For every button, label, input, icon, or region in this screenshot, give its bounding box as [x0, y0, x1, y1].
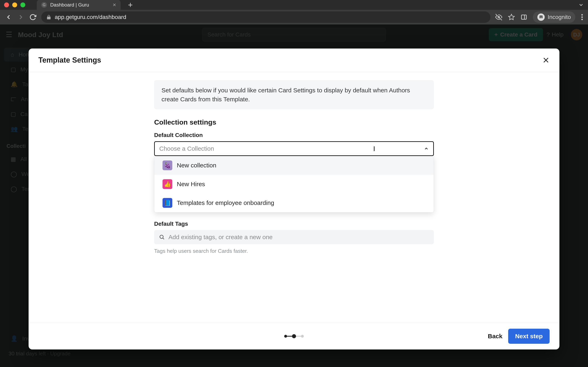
modal-title: Template Settings	[38, 56, 101, 64]
close-window-icon[interactable]	[4, 2, 9, 7]
collection-option-templates-onboarding[interactable]: 📘 Templates for employee onboarding	[154, 193, 434, 212]
svg-line-12	[163, 238, 164, 239]
address-bar[interactable]: app.getguru.com/dashboard	[41, 11, 490, 23]
new-tab-button[interactable]: +	[128, 0, 133, 9]
url-text: app.getguru.com/dashboard	[55, 14, 126, 20]
collection-option-new-hires[interactable]: 👍 New Hires	[154, 175, 434, 193]
kebab-menu-icon[interactable]	[581, 14, 583, 21]
svg-point-5	[541, 17, 543, 18]
star-icon[interactable]	[508, 14, 515, 21]
collection-icon: 🍇	[163, 160, 172, 170]
svg-rect-2	[521, 15, 526, 19]
step-dot-2	[292, 334, 296, 338]
panel-icon[interactable]	[521, 14, 527, 20]
default-collection-combobox[interactable]: I	[154, 141, 434, 156]
text-cursor-icon: I	[373, 145, 375, 153]
nav-forward-icon[interactable]	[17, 13, 25, 21]
browser-tab[interactable]: G Dashboard | Guru ×	[37, 0, 121, 10]
collection-option-new-collection[interactable]: 🍇 New collection	[154, 156, 434, 175]
tab-favicon-icon: G	[41, 2, 47, 8]
svg-point-11	[160, 235, 163, 238]
svg-point-8	[581, 19, 583, 20]
tags-helper-text: Tags help users search for Cards faster.	[154, 248, 434, 254]
field-label-collection: Default Collection	[154, 132, 434, 138]
nav-back-icon[interactable]	[5, 13, 12, 21]
tags-input-field[interactable]	[168, 234, 429, 241]
collection-dropdown: 🍇 New collection 👍 New Hires 📘 Templates…	[154, 156, 434, 212]
step-bar	[287, 336, 292, 337]
maximize-window-icon[interactable]	[20, 2, 25, 7]
step-dot-3	[301, 335, 304, 338]
section-heading: Collection settings	[154, 118, 434, 126]
incognito-badge[interactable]: Incognito	[533, 11, 575, 23]
reload-icon[interactable]	[29, 14, 36, 21]
option-label: New Hires	[177, 181, 205, 188]
collection-input[interactable]	[159, 145, 424, 152]
option-label: New collection	[177, 162, 216, 169]
step-indicator	[284, 334, 304, 338]
incognito-icon	[537, 13, 545, 21]
field-label-tags: Default Tags	[154, 221, 434, 227]
eye-off-icon[interactable]	[495, 14, 502, 21]
info-banner: Set defaults below if you would like cer…	[154, 80, 434, 109]
collection-icon: 👍	[163, 179, 172, 189]
tab-title: Dashboard | Guru	[50, 2, 89, 8]
lock-icon	[46, 15, 52, 20]
window-titlebar: G Dashboard | Guru × +	[0, 0, 588, 10]
step-bar	[296, 336, 301, 337]
browser-toolbar: app.getguru.com/dashboard Incognito	[0, 10, 588, 25]
default-tags-input[interactable]	[154, 230, 434, 244]
step-dot-1	[284, 335, 287, 338]
minimize-window-icon[interactable]	[12, 2, 17, 7]
option-label: Templates for employee onboarding	[177, 200, 274, 206]
search-icon	[159, 234, 165, 240]
collection-icon: 📘	[163, 198, 172, 208]
window-controls[interactable]	[4, 2, 25, 7]
tabs-overflow-icon[interactable]	[578, 2, 584, 8]
modal-close-button[interactable]	[542, 57, 550, 64]
svg-point-7	[581, 16, 583, 18]
incognito-label: Incognito	[548, 14, 571, 20]
svg-point-4	[540, 17, 541, 18]
tab-close-icon[interactable]: ×	[113, 2, 116, 8]
chevron-up-icon[interactable]	[424, 146, 429, 151]
template-settings-modal: Template Settings Set defaults below if …	[29, 49, 559, 350]
back-button[interactable]: Back	[488, 333, 502, 340]
svg-point-6	[581, 14, 583, 16]
svg-marker-1	[509, 14, 514, 20]
next-step-button[interactable]: Next step	[508, 329, 550, 344]
